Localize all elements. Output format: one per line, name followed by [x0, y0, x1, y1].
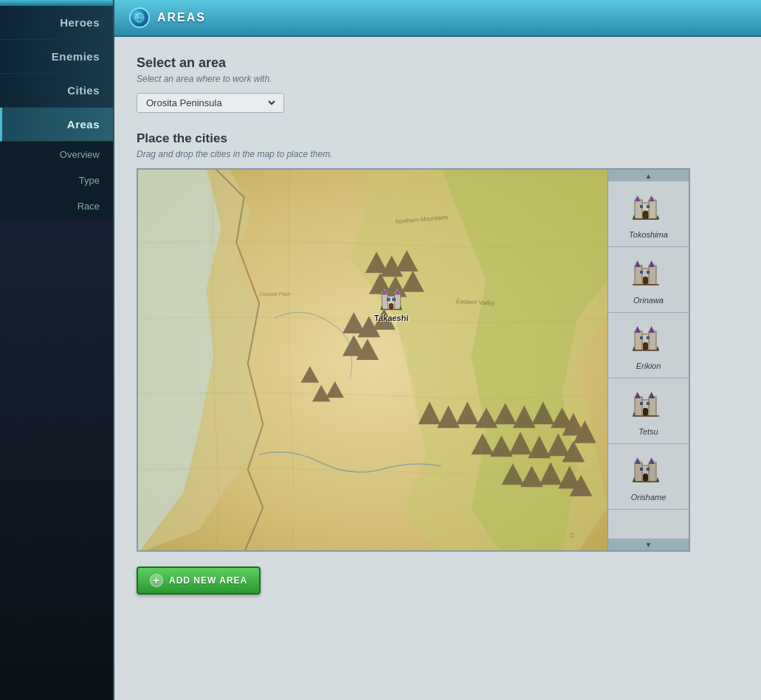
- sidebar-item-cities[interactable]: Cities: [0, 74, 113, 108]
- svg-rect-111: [635, 397, 642, 416]
- svg-rect-119: [647, 402, 650, 405]
- area-dropdown-container[interactable]: Orosita Peninsula Northern Reaches South…: [137, 93, 284, 113]
- city-card-tokoshima[interactable]: Tokoshima: [608, 181, 689, 247]
- svg-rect-63: [635, 200, 642, 219]
- sidebar-item-areas[interactable]: Areas: [0, 108, 113, 142]
- place-cities-section: Place the cities Drag and drop the citie…: [137, 131, 739, 595]
- sidebar-sub-race[interactable]: Race: [0, 193, 113, 219]
- svg-rect-134: [640, 468, 643, 471]
- svg-marker-109: [656, 346, 659, 350]
- orishame-label: Orishame: [631, 493, 667, 502]
- svg-rect-72: [640, 205, 643, 208]
- add-area-label: ADD NEW AREA: [169, 575, 247, 586]
- svg-rect-53: [388, 298, 390, 301]
- scroll-down-arrow[interactable]: ▼: [608, 538, 689, 550]
- topbar-title: AREAS: [157, 11, 206, 24]
- svg-rect-104: [647, 336, 650, 339]
- svg-rect-52: [389, 303, 393, 309]
- svg-marker-140: [656, 477, 659, 482]
- sidebar-item-enemies[interactable]: Enemies: [0, 40, 113, 74]
- svg-rect-125: [635, 462, 642, 482]
- sidebar-sub-overview[interactable]: Overview: [0, 142, 113, 167]
- city-card-erikion[interactable]: Erikion: [608, 313, 689, 378]
- svg-rect-103: [640, 336, 643, 339]
- svg-rect-102: [643, 342, 648, 350]
- add-icon: +: [150, 574, 163, 587]
- svg-rect-88: [640, 271, 643, 274]
- svg-marker-57: [384, 289, 385, 291]
- erikion-label: Erikion: [636, 361, 661, 370]
- tokoshima-city-icon: [630, 189, 668, 227]
- svg-rect-135: [647, 468, 650, 471]
- svg-rect-54: [393, 298, 396, 301]
- sidebar-bottom: [0, 219, 113, 700]
- svg-rect-64: [649, 200, 656, 219]
- svg-rect-118: [640, 402, 643, 405]
- orishame-city-icon: [630, 451, 668, 490]
- select-area-section: Select an area Select an area where to w…: [137, 55, 739, 113]
- select-area-title: Select an area: [137, 55, 739, 71]
- city-card-orishame[interactable]: Orishame: [608, 444, 689, 510]
- tokoshima-label: Tokoshima: [629, 230, 668, 239]
- svg-text:Coastal Plain: Coastal Plain: [259, 291, 290, 297]
- takaeshi-label: Takaeshi: [374, 313, 408, 322]
- svg-rect-112: [649, 397, 656, 416]
- tetsu-label: Tetsu: [638, 427, 658, 436]
- main-content: AREAS Select an area Select an area wher…: [114, 0, 761, 700]
- city-card-orinawa[interactable]: Orinawa: [608, 247, 689, 313]
- globe-icon: [129, 7, 150, 28]
- svg-rect-81: [649, 266, 656, 285]
- svg-marker-58: [396, 289, 398, 291]
- topbar: AREAS: [114, 0, 761, 37]
- placed-city-takaeshi[interactable]: Takaeshi: [374, 284, 408, 322]
- select-area-subtitle: Select an area where to work with.: [137, 74, 739, 84]
- map-svg: Northern Mountains Coastal Plain Eastern…: [138, 170, 607, 550]
- sidebar-item-label: Cities: [67, 84, 100, 97]
- add-new-area-button[interactable]: + ADD NEW AREA: [137, 566, 261, 595]
- sidebar-item-label: Areas: [67, 118, 100, 131]
- svg-rect-95: [649, 331, 656, 350]
- svg-rect-126: [649, 462, 656, 482]
- city-card-tetsu[interactable]: Tetsu: [608, 378, 689, 444]
- content-area: Select an area Select an area where to w…: [114, 37, 761, 700]
- svg-rect-133: [643, 474, 648, 482]
- orinawa-label: Orinawa: [633, 296, 664, 305]
- sidebar-sub-type[interactable]: Type: [0, 167, 113, 193]
- erikion-city-icon: [630, 320, 668, 358]
- svg-rect-94: [635, 331, 642, 350]
- svg-rect-89: [647, 271, 650, 274]
- takaeshi-icon: [376, 284, 406, 313]
- svg-rect-45: [395, 294, 401, 310]
- svg-rect-73: [647, 205, 650, 208]
- sidebar: Heroes Enemies Cities Areas Overview Typ…: [0, 0, 114, 700]
- place-cities-subtitle: Drag and drop the cities in the map to p…: [137, 149, 739, 159]
- svg-rect-117: [643, 408, 648, 416]
- sidebar-item-heroes[interactable]: Heroes: [0, 6, 113, 40]
- cities-panel: ▲: [607, 170, 689, 550]
- place-cities-title: Place the cities: [137, 131, 739, 146]
- scroll-up-arrow[interactable]: ▲: [608, 170, 689, 181]
- svg-rect-44: [382, 294, 388, 310]
- svg-rect-80: [635, 266, 642, 285]
- tetsu-city-icon: [630, 386, 668, 424]
- sidebar-item-label: Enemies: [52, 50, 100, 63]
- area-select[interactable]: Orosita Peninsula Northern Reaches South…: [143, 97, 278, 109]
- svg-rect-71: [643, 211, 648, 219]
- svg-text:©: ©: [570, 533, 575, 539]
- map-container: Northern Mountains Coastal Plain Eastern…: [137, 168, 690, 552]
- svg-marker-78: [656, 215, 659, 219]
- sidebar-item-label: Heroes: [60, 16, 100, 29]
- sidebar-top-bar: [0, 0, 113, 6]
- svg-rect-87: [643, 277, 648, 285]
- orinawa-city-icon: [630, 254, 668, 293]
- map-area[interactable]: Northern Mountains Coastal Plain Eastern…: [138, 170, 607, 550]
